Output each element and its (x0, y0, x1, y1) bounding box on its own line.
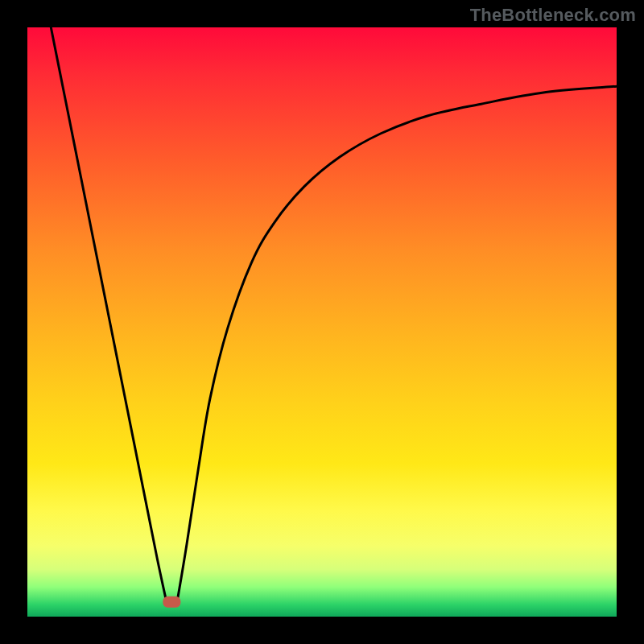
bottleneck-curve (51, 27, 617, 608)
curve-layer (27, 27, 617, 617)
chart-frame: TheBottleneck.com (0, 0, 644, 644)
minimum-marker (163, 597, 180, 608)
curve-left-branch (51, 27, 166, 599)
curve-right-branch (178, 86, 617, 599)
plot-area (27, 27, 617, 617)
watermark-text: TheBottleneck.com (470, 5, 636, 26)
